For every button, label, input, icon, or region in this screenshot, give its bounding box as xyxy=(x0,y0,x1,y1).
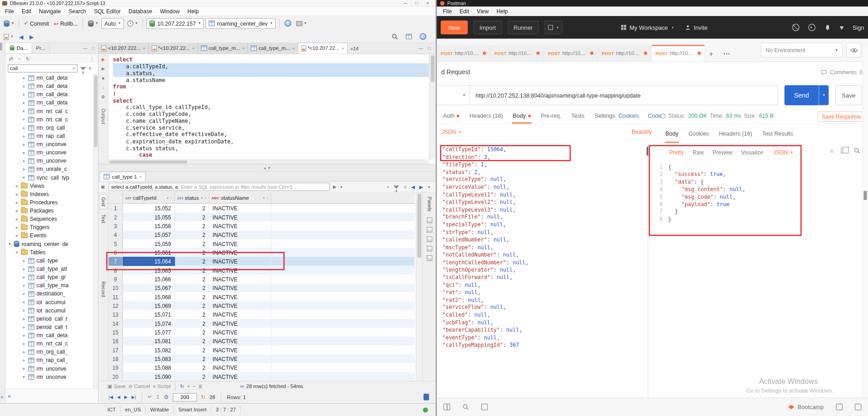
execute-statement-icon[interactable]: ▶ xyxy=(102,57,105,62)
table-row-7[interactable]: 715,0642INACTIVE xyxy=(109,257,415,266)
cell-statusname[interactable]: INACTIVE xyxy=(209,301,271,310)
chevron-down-icon[interactable]: ▾ xyxy=(15,250,19,255)
menu-item-window[interactable]: Window xyxy=(156,8,184,14)
sidebar-item-rm-call-deta[interactable]: ▸rm_call_deta xyxy=(5,82,93,90)
new-tab-button[interactable]: + xyxy=(709,50,713,58)
cell-status[interactable]: 2 xyxy=(175,274,209,283)
close-icon[interactable]: × xyxy=(192,46,195,51)
chevron-right-icon[interactable]: ▸ xyxy=(22,76,26,80)
hidden-editors-count[interactable]: »14 xyxy=(348,46,361,51)
view-tab-raw[interactable]: Raw xyxy=(688,149,708,155)
cell-status[interactable]: 2 xyxy=(175,345,209,354)
body-type-select[interactable]: JSON ▾ xyxy=(441,129,461,135)
send-options-button[interactable]: ▾ xyxy=(819,85,829,105)
close-icon[interactable]: × xyxy=(139,174,142,179)
sidebar-item-procedures[interactable]: ▸Procedures xyxy=(5,198,93,207)
export-icon[interactable]: ↥ xyxy=(156,394,160,400)
link-editor-icon[interactable]: ⇄ xyxy=(9,55,13,61)
invite-button[interactable]: Invite xyxy=(685,24,708,31)
sidebar-item-iot-accumul[interactable]: ▸iot_accumul xyxy=(5,306,93,314)
autocommit-select[interactable]: Auto▾ xyxy=(101,18,124,28)
table-row-1[interactable]: 115,0522INACTIVE xyxy=(109,204,415,213)
forward-button[interactable]: ▶ xyxy=(28,33,36,41)
settings-gear-icon[interactable]: ⚙ xyxy=(164,394,169,400)
cell-calltypeid[interactable]: 15,082 xyxy=(123,345,175,354)
search-icon[interactable] xyxy=(462,404,469,411)
filter-icon[interactable] xyxy=(80,67,86,70)
chevron-right-icon[interactable]: ▸ xyxy=(22,300,26,304)
comments-button[interactable]: Comments 0 xyxy=(821,69,863,75)
cell-statusname[interactable]: INACTIVE xyxy=(209,284,271,292)
tab-overflow-button[interactable]: ••• xyxy=(724,51,731,56)
print-button[interactable]: ▾ xyxy=(295,20,308,27)
sidebar-item-call-type-ma[interactable]: ▸call_type_ma xyxy=(5,281,93,290)
sidebar-item-triggers[interactable]: ▸Triggers xyxy=(5,223,93,231)
script-button[interactable]: ≡Script xyxy=(153,383,171,389)
cell-statusname[interactable]: INACTIVE xyxy=(209,230,271,239)
sidebar-item-rm-unconve[interactable]: ▸rm_unconve xyxy=(5,140,93,148)
cell-status[interactable]: 2 xyxy=(175,239,209,248)
filter-settings-icon[interactable]: ≡ xyxy=(404,184,407,190)
chevron-right-icon[interactable]: ▸ xyxy=(22,134,26,138)
explain-plan-icon[interactable]: ■ xyxy=(102,76,104,81)
cell-status[interactable]: 2 xyxy=(175,284,209,292)
chevron-right-icon[interactable]: ▸ xyxy=(22,92,26,97)
chevron-right-icon[interactable]: ▸ xyxy=(15,225,19,230)
cell-statusname[interactable]: INACTIVE xyxy=(209,310,271,319)
chevron-right-icon[interactable]: ▸ xyxy=(15,184,19,188)
editor-tab-3[interactable]: call_type_m...× xyxy=(198,43,248,54)
new-sql-editor-button[interactable]: ▾ xyxy=(2,33,15,41)
chevron-right-icon[interactable]: ▸ xyxy=(22,126,26,130)
splitter-handle[interactable]: ▲ ▼ xyxy=(98,164,436,172)
sort-icon[interactable]: ↕ xyxy=(170,196,172,200)
shortcuts-icon[interactable] xyxy=(836,404,843,411)
cell-status[interactable]: 2 xyxy=(175,248,209,257)
url-input[interactable] xyxy=(470,85,778,105)
search-button[interactable] xyxy=(390,32,400,41)
editor-tab-1[interactable]: <10.207.222...× xyxy=(98,43,149,54)
sidebar-item-rm-call-deta[interactable]: ▸rm_call_deta xyxy=(5,90,93,99)
cell-calltypeid[interactable]: 15,081 xyxy=(123,337,175,345)
editor-tab-5[interactable]: *<10.207.22...× xyxy=(298,43,348,54)
sidebar-item-call-type[interactable]: ▸call_type xyxy=(5,257,93,265)
two-pane-icon[interactable] xyxy=(855,404,862,411)
table-row-3[interactable]: 315,0562INACTIVE xyxy=(109,221,415,230)
import-button[interactable]: Import xyxy=(473,21,502,34)
column-header-status[interactable]: 123status▾↕ xyxy=(175,193,209,203)
chevron-right-icon[interactable]: ▸ xyxy=(22,159,26,163)
chevron-right-icon[interactable]: ▸ xyxy=(22,258,26,263)
restore-view-icon[interactable]: « xyxy=(0,394,3,400)
menu-item-edit[interactable]: Edit xyxy=(18,8,35,14)
filter-input[interactable]: select a.callTypeId, a.status, a. Enter … xyxy=(108,183,329,191)
method-select[interactable]: ▾ xyxy=(437,85,470,105)
settings-gear-icon[interactable]: ⚙ xyxy=(101,95,105,100)
cell-statusname[interactable]: INACTIVE xyxy=(209,221,271,230)
goto-row-icon[interactable]: ↵ xyxy=(147,394,152,400)
sidebar-search-input[interactable] xyxy=(10,66,72,71)
cell-statusname[interactable]: INACTIVE xyxy=(209,345,271,354)
cell-status[interactable]: 2 xyxy=(175,372,209,381)
refresh-icon[interactable]: ↻ xyxy=(180,383,184,389)
table-row-11[interactable]: 1115,0682INACTIVE xyxy=(109,292,415,301)
sidebar-item-views[interactable]: ▸Views xyxy=(5,181,93,190)
sidebar-item-call-type-att[interactable]: ▸call_type_att xyxy=(5,265,93,273)
cell-status[interactable]: 2 xyxy=(175,213,209,221)
fetch-more-icon[interactable]: ↻ xyxy=(201,394,206,400)
view-shortcut-icon[interactable] xyxy=(1,43,2,50)
chevron-right-icon[interactable]: ▸ xyxy=(22,350,26,354)
chevron-right-icon[interactable]: ▸ xyxy=(22,109,26,113)
sidebar-item-events[interactable]: ▸Events xyxy=(5,231,93,240)
chevron-down-icon[interactable]: ▾ xyxy=(8,242,11,246)
refresh-icon[interactable]: ↻ xyxy=(26,55,30,61)
cancel-button[interactable]: ⊘Cancel xyxy=(128,383,150,389)
chevron-right-icon[interactable]: ▸ xyxy=(22,267,26,271)
workspace-select[interactable]: My Workspace ▾ xyxy=(621,24,674,31)
open-request-tab-4[interactable]: POSThttp://10.... xyxy=(598,45,651,61)
beautify-button[interactable]: Beautify xyxy=(632,129,652,135)
grid-corner-cell[interactable] xyxy=(109,193,123,203)
cell-status[interactable]: 2 xyxy=(175,328,209,336)
sidebar-item-indexes[interactable]: ▸Indexes xyxy=(5,190,93,198)
open-request-tab-2[interactable]: POSThttp://10.... xyxy=(491,45,544,61)
chevron-right-icon[interactable]: ▸ xyxy=(22,283,26,288)
sidebar-item-rm-org-call[interactable]: ▸rm_org_call_ xyxy=(5,124,93,132)
